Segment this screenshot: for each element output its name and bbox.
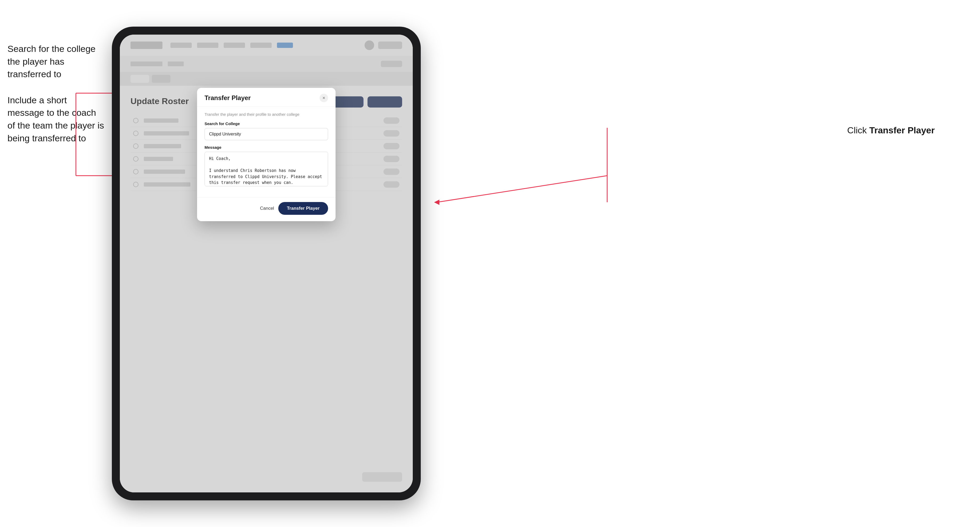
message-label: Message bbox=[205, 145, 328, 149]
search-college-group: Search for College bbox=[205, 121, 328, 140]
transfer-player-modal: Transfer Player × Transfer the player an… bbox=[197, 88, 336, 221]
annotation-click-text: Click Transfer Player bbox=[847, 125, 935, 135]
search-college-label: Search for College bbox=[205, 121, 328, 126]
svg-marker-5 bbox=[434, 200, 439, 205]
tablet-outer: Update Roster bbox=[112, 27, 421, 500]
cancel-button[interactable]: Cancel bbox=[260, 206, 274, 211]
modal-close-button[interactable]: × bbox=[320, 94, 328, 102]
modal-body: Transfer the player and their profile to… bbox=[197, 107, 336, 197]
message-textarea[interactable]: Hi Coach, I understand Chris Robertson h… bbox=[205, 152, 328, 186]
modal-footer: Cancel Transfer Player bbox=[197, 197, 336, 221]
svg-line-4 bbox=[437, 176, 607, 202]
transfer-player-button[interactable]: Transfer Player bbox=[278, 202, 328, 215]
modal-title: Transfer Player bbox=[205, 94, 251, 102]
modal-header: Transfer Player × bbox=[197, 88, 336, 107]
tablet-screen: Update Roster bbox=[120, 35, 413, 492]
tablet-device: Update Roster bbox=[112, 27, 421, 500]
annotation-right: Click Transfer Player bbox=[847, 125, 935, 135]
annotation-search-text: Search for the college the player has tr… bbox=[8, 43, 106, 81]
modal-overlay: Transfer Player × Transfer the player an… bbox=[120, 35, 413, 492]
annotation-message-text: Include a short message to the coach of … bbox=[8, 94, 106, 144]
message-group: Message Hi Coach, I understand Chris Rob… bbox=[205, 145, 328, 187]
annotation-left: Search for the college the player has tr… bbox=[8, 43, 106, 158]
modal-subtitle: Transfer the player and their profile to… bbox=[205, 112, 328, 117]
search-college-input[interactable] bbox=[205, 128, 328, 140]
